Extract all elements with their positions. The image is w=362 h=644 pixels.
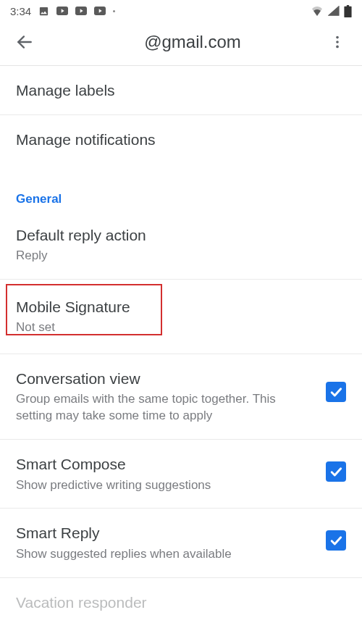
smart-reply-title: Smart Reply [16,523,314,543]
wifi-icon [311,6,324,16]
smart-compose-checkbox[interactable] [326,461,346,482]
page-title: @gmail.com [65,32,320,52]
app-header: @gmail.com [0,20,362,65]
svg-rect-4 [347,5,349,7]
more-notifications-dot [113,10,115,12]
photos-icon [38,6,49,17]
section-header-general: General [0,182,362,211]
youtube-icon [56,7,68,15]
manage-labels-label: Manage labels [16,80,346,100]
svg-point-8 [336,46,339,49]
smart-reply-row[interactable]: Smart Reply Show suggested replies when … [0,509,362,577]
default-reply-title: Default reply action [16,225,346,245]
default-reply-value: Reply [16,248,346,264]
vacation-responder-row[interactable]: Vacation responder [0,578,362,612]
manage-notifications-row[interactable]: Manage notifications [0,115,362,164]
smart-compose-row[interactable]: Smart Compose Show predictive writing su… [0,440,362,509]
conversation-view-sub: Group emails with the same topic togethe… [16,391,314,425]
overflow-menu-button[interactable] [326,30,349,54]
default-reply-action-row[interactable]: Default reply action Reply [0,211,362,280]
youtube-icon [75,7,87,15]
svg-point-6 [336,36,339,39]
smart-compose-sub: Show predictive writing suggestions [16,477,314,494]
back-button[interactable] [13,30,36,54]
status-bar: 3:34 [0,0,362,20]
svg-rect-3 [344,6,351,17]
mobile-signature-value: Not set [16,319,346,336]
battery-icon [344,5,352,17]
conversation-view-title: Conversation view [16,369,314,388]
smart-reply-sub: Show suggested replies when available [16,546,314,563]
smart-compose-title: Smart Compose [16,454,314,474]
settings-list: Manage labels Manage notifications Gener… [0,66,362,612]
conversation-view-checkbox[interactable] [326,382,346,402]
smart-reply-checkbox[interactable] [326,530,346,551]
mobile-signature-title: Mobile Signature [16,297,346,317]
manage-labels-row[interactable]: Manage labels [0,66,362,115]
manage-notifications-label: Manage notifications [16,130,346,149]
conversation-view-row[interactable]: Conversation view Group emails with the … [0,354,362,440]
mobile-signature-row[interactable]: Mobile Signature Not set [0,280,362,354]
vacation-responder-title: Vacation responder [16,593,346,612]
youtube-icon [94,7,106,15]
signal-icon [328,6,340,16]
status-time: 3:34 [10,5,31,17]
svg-point-7 [336,41,339,43]
